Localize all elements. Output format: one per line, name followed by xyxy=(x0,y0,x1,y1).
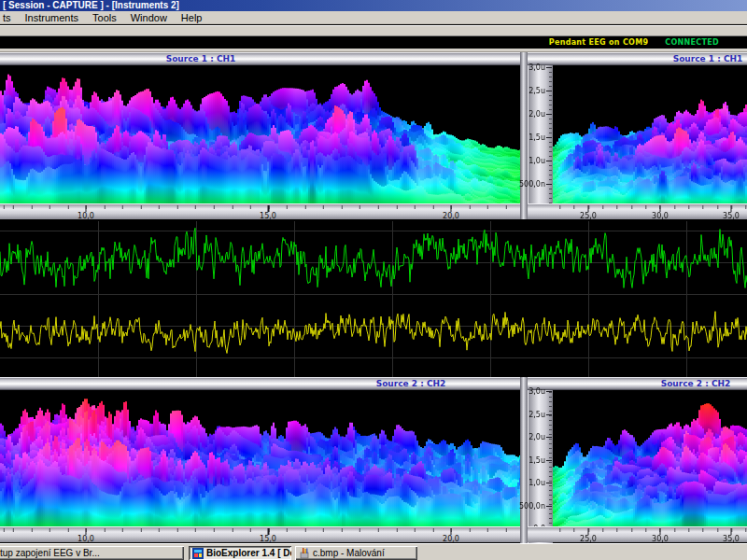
x-tick-label: 10,0 xyxy=(78,535,94,543)
taskbar: tup zapojení EEG v Br... BioExplorer 1.4… xyxy=(0,543,747,560)
x-tick-label: 25,0 xyxy=(580,212,597,220)
y-axis-top-right: 3,0u 2,5u 2,0u 1,5u 1,0u 500,0n 0,0 xyxy=(528,65,553,219)
x-tick-label: 30,0 xyxy=(652,212,669,220)
x-tick-label: 35,0 xyxy=(723,535,740,543)
y-tick-label: 1,0u xyxy=(529,479,545,487)
x-tick-label: 15,0 xyxy=(260,535,276,543)
x-axis-bottom-left: 10,0 15,0 20,0 xyxy=(0,526,520,542)
y-tick-label: 2,0u xyxy=(529,110,545,119)
task-label: tup zapojení EEG v Br... xyxy=(0,548,100,558)
y-tick-label: 3,0u xyxy=(529,63,545,72)
y-axis-major-ticks xyxy=(546,390,552,543)
panel-title: Source 1 : CH1 xyxy=(166,54,236,63)
panel-header-top-left[interactable]: Source 1 : CH1 xyxy=(0,52,520,65)
window-title: [ Session - CAPTURE ] - [Instruments 2] xyxy=(3,0,179,10)
x-axis-top-right: 25,0 30,0 35,0 xyxy=(528,203,747,219)
connection-status: CONNECTED xyxy=(665,38,719,47)
toolbar-strip xyxy=(0,25,747,36)
menu-item-ts[interactable]: ts xyxy=(3,12,11,23)
y-tick-label: 2,0u xyxy=(529,433,545,441)
paint-icon xyxy=(299,548,310,559)
panel-title: Source 2 : CH2 xyxy=(661,379,731,388)
x-axis-major-ticks xyxy=(553,528,747,535)
y-tick-label: 2,5u xyxy=(529,87,545,95)
device-status: Pendant EEG on COM9 xyxy=(549,38,649,47)
panel-divider-bottom xyxy=(520,377,528,543)
x-tick-label: 10,0 xyxy=(78,212,94,220)
y-tick-label: 1,0u xyxy=(529,157,545,165)
waterfall-display-source1-ch1-zoom xyxy=(553,65,747,203)
screen: [ Session - CAPTURE ] - [Instruments 2] … xyxy=(0,0,747,560)
x-tick-label: 20,0 xyxy=(443,535,459,543)
waterfall-display-source2-ch2 xyxy=(0,390,520,526)
menu-bar: ts Instruments Tools Window Help xyxy=(0,11,747,24)
y-tick-label: 1,5u xyxy=(529,133,545,142)
instrument-area: Source 1 : CH1 10,0 15,0 20,0 Source 1 :… xyxy=(0,52,747,543)
menu-item-window[interactable]: Window xyxy=(131,12,167,23)
taskbar-button-bioexplorer[interactable]: BioExplorer 1.4 [ Desi... xyxy=(189,546,291,560)
y-tick-label: 500,0n xyxy=(519,180,545,189)
menu-item-instruments[interactable]: Instruments xyxy=(25,12,78,23)
x-tick-label: 20,0 xyxy=(443,212,459,220)
x-axis-major-ticks xyxy=(0,528,520,535)
panel-title: Source 2 : CH2 xyxy=(376,379,446,388)
panel-header-top-right[interactable]: Source 1 : CH1 xyxy=(528,52,747,65)
y-axis-major-ticks xyxy=(546,65,552,219)
title-bar: [ Session - CAPTURE ] - [Instruments 2] xyxy=(0,0,747,11)
menu-item-tools[interactable]: Tools xyxy=(92,12,117,23)
panel-divider-top xyxy=(520,52,528,219)
bioexplorer-icon xyxy=(192,548,204,559)
y-axis-bottom-right: 3,0u 2,5u 2,0u 1,5u 1,0u 500,0n 0,0 xyxy=(528,390,553,543)
x-axis-major-ticks xyxy=(0,205,520,212)
x-tick-label: 15,0 xyxy=(260,212,276,220)
panel-title: Source 1 : CH1 xyxy=(673,54,743,63)
task-label: BioExplorer 1.4 [ Desi... xyxy=(206,548,291,558)
x-tick-label: 30,0 xyxy=(652,535,669,543)
menu-item-help[interactable]: Help xyxy=(181,12,203,23)
y-tick-label: 3,0u xyxy=(529,387,545,396)
status-bar: Pendant EEG on COM9 CONNECTED xyxy=(0,36,747,49)
y-tick-label: 2,5u xyxy=(529,411,545,419)
x-axis-major-ticks xyxy=(553,205,747,212)
panel-header-bottom-left[interactable]: Source 2 : CH2 xyxy=(0,377,520,390)
y-tick-label: 500,0n xyxy=(519,502,545,511)
x-tick-label: 35,0 xyxy=(723,212,740,220)
x-axis-bottom-right: 25,0 30,0 35,0 xyxy=(528,526,747,542)
oscilloscope-display xyxy=(0,221,747,377)
taskbar-button-paint[interactable]: c.bmp - Malování xyxy=(295,546,417,560)
task-label: c.bmp - Malování xyxy=(313,548,385,558)
x-tick-label: 25,0 xyxy=(580,535,597,543)
taskbar-button-eeg-document[interactable]: tup zapojení EEG v Br... xyxy=(0,546,184,560)
panel-header-bottom-right[interactable]: Source 2 : CH2 xyxy=(528,377,747,390)
x-axis-top-left: 10,0 15,0 20,0 xyxy=(0,203,520,219)
y-tick-label: 1,5u xyxy=(529,456,545,465)
waterfall-display-source1-ch1 xyxy=(0,65,520,203)
waterfall-display-source2-ch2-zoom xyxy=(553,390,747,526)
